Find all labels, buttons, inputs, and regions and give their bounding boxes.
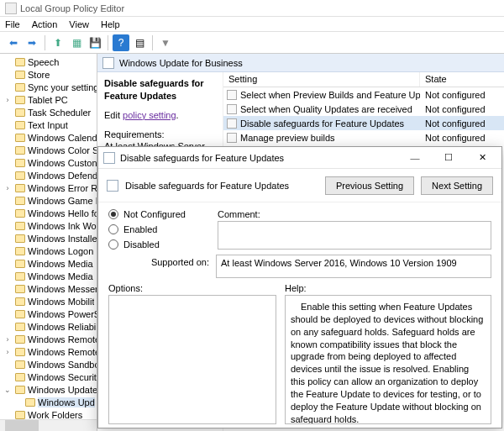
tree-hscrollbar[interactable] bbox=[0, 419, 97, 431]
export-button[interactable]: 💾 bbox=[87, 34, 103, 51]
supported-row: Supported on: At least Windows Server 20… bbox=[108, 255, 491, 278]
next-setting-button[interactable]: Next Setting bbox=[421, 176, 493, 195]
list-row[interactable]: Disable safeguards for Feature UpdatesNo… bbox=[223, 116, 504, 130]
folder-icon bbox=[15, 285, 25, 293]
tree-item[interactable]: Windows Media bbox=[0, 270, 97, 282]
tree-item[interactable]: Windows Upd bbox=[0, 396, 97, 408]
caret-icon[interactable]: ⌄ bbox=[3, 386, 12, 394]
tree-item[interactable]: Windows Mobilit bbox=[0, 295, 97, 307]
tree-item[interactable]: Windows Messer bbox=[0, 282, 97, 295]
dialog-subtitle: Disable safeguards for Feature Updates bbox=[125, 181, 289, 191]
setting-state: Not configured bbox=[420, 90, 504, 100]
radio-enabled[interactable]: Enabled bbox=[108, 224, 209, 234]
folder-icon bbox=[15, 197, 25, 205]
tree-item[interactable]: ›Windows Remote bbox=[0, 333, 97, 345]
tree-item[interactable]: Windows Defend bbox=[0, 169, 97, 181]
tree-pane[interactable]: SpeechStoreSync your settings›Tablet PCT… bbox=[0, 54, 97, 431]
tree-item-label: Windows Color S bbox=[28, 145, 97, 155]
tree-item-label: Windows Media bbox=[28, 259, 93, 269]
tree-item[interactable]: Windows Reliabil bbox=[0, 320, 97, 333]
list-row[interactable]: Select when Quality Updates are received… bbox=[223, 102, 504, 116]
properties-button[interactable]: ▤ bbox=[131, 34, 148, 51]
folder-icon bbox=[15, 222, 25, 230]
tree-item[interactable]: ›Tablet PC bbox=[0, 93, 97, 106]
tree-item[interactable]: ›Windows Error R bbox=[0, 181, 97, 194]
dialog-titlebar[interactable]: Disable safeguards for Feature Updates —… bbox=[98, 147, 501, 169]
menu-view[interactable]: View bbox=[69, 19, 89, 29]
col-setting[interactable]: Setting bbox=[223, 72, 420, 87]
tree-item-label: Text Input bbox=[28, 120, 68, 130]
radio-disabled[interactable]: Disabled bbox=[108, 239, 209, 250]
tree-item[interactable]: Speech bbox=[0, 55, 97, 68]
folder-icon bbox=[15, 310, 25, 318]
maximize-button[interactable]: ☐ bbox=[434, 149, 463, 167]
edit-prefix: Edit bbox=[104, 110, 123, 120]
filter-button[interactable]: ▼ bbox=[157, 34, 174, 51]
menubar: File Action View Help bbox=[0, 17, 504, 32]
tree-item[interactable]: Windows Game F bbox=[0, 194, 97, 207]
setting-state: Not configured bbox=[420, 118, 504, 129]
radio-label: Enabled bbox=[123, 224, 157, 234]
radio-dot-icon bbox=[108, 209, 118, 219]
setting-state: Not configured bbox=[420, 104, 504, 114]
content-header: Windows Update for Business bbox=[97, 54, 504, 72]
folder-icon bbox=[15, 58, 25, 66]
radio-label: Not Configured bbox=[123, 209, 186, 219]
caret-icon[interactable]: › bbox=[3, 96, 12, 104]
list-row[interactable]: Manage preview buildsNot configured bbox=[223, 130, 504, 145]
folder-icon bbox=[15, 83, 25, 92]
tree-item[interactable]: Text Input bbox=[0, 118, 97, 131]
caret-icon[interactable]: › bbox=[3, 184, 12, 192]
tree-item[interactable]: ⌄Windows Update bbox=[0, 383, 97, 396]
tree-item[interactable]: Windows PowerS bbox=[0, 307, 97, 320]
list-row[interactable]: Select when Preview Builds and Feature U… bbox=[223, 87, 504, 102]
close-button[interactable]: ✕ bbox=[468, 149, 496, 167]
caret-icon[interactable]: › bbox=[3, 348, 12, 356]
tree-item[interactable]: Store bbox=[0, 68, 97, 81]
folder-icon bbox=[15, 209, 25, 218]
comment-input[interactable] bbox=[218, 221, 491, 250]
menu-help[interactable]: Help bbox=[101, 19, 120, 29]
tree-item-label: Windows Error R bbox=[28, 183, 97, 193]
tree-item-label: Windows Custon bbox=[28, 158, 97, 168]
tree-item[interactable]: Windows Color S bbox=[0, 144, 97, 156]
col-state[interactable]: State bbox=[420, 72, 504, 87]
dialog-icon bbox=[103, 152, 115, 164]
back-button[interactable]: ⬅ bbox=[5, 34, 22, 51]
tree-item[interactable]: Windows Hello fo bbox=[0, 207, 97, 219]
tree-item-label: Windows Reliabil bbox=[28, 322, 97, 332]
help-button[interactable]: ? bbox=[113, 34, 129, 51]
tree-item[interactable]: Windows Calend bbox=[0, 131, 97, 144]
edit-policy-link[interactable]: policy setting bbox=[123, 110, 176, 120]
menu-action[interactable]: Action bbox=[32, 19, 58, 29]
tree-item-label: Windows Sandbo bbox=[28, 360, 97, 370]
forward-button[interactable]: ➡ bbox=[24, 34, 40, 51]
caret-icon[interactable]: › bbox=[3, 335, 12, 344]
minimize-button[interactable]: — bbox=[401, 149, 429, 167]
config-row: Not Configured Enabled Disabled Comment: bbox=[108, 209, 491, 250]
radio-not-configured[interactable]: Not Configured bbox=[108, 209, 209, 219]
tree-item[interactable]: Windows Securit bbox=[0, 371, 97, 383]
tree-item-label: Windows PowerS bbox=[28, 309, 97, 319]
tree-item[interactable]: Windows Logon bbox=[0, 244, 97, 257]
tree-item-label: Windows Securit bbox=[28, 372, 97, 382]
tree-item-label: Work Folders bbox=[28, 410, 82, 420]
tree-item[interactable]: Windows Ink Wo bbox=[0, 219, 97, 232]
previous-setting-button[interactable]: Previous Setting bbox=[325, 176, 414, 195]
folder-icon bbox=[15, 184, 25, 192]
tree-item[interactable]: Windows Custon bbox=[0, 156, 97, 169]
menu-file[interactable]: File bbox=[5, 19, 20, 29]
folder-icon bbox=[15, 323, 25, 331]
up-button[interactable]: ⬆ bbox=[50, 34, 66, 51]
tree-item[interactable]: Task Scheduler bbox=[0, 106, 97, 118]
tree-item[interactable]: Windows Sandbo bbox=[0, 358, 97, 371]
policy-icon bbox=[107, 180, 118, 192]
show-hide-tree-button[interactable]: ▦ bbox=[68, 34, 85, 51]
tree-item[interactable]: Sync your settings bbox=[0, 81, 97, 93]
tree-item[interactable]: Windows Media bbox=[0, 257, 97, 270]
tree-item[interactable]: Windows Installe bbox=[0, 232, 97, 244]
tree-item[interactable]: ›Windows Remote bbox=[0, 345, 97, 358]
tree-item-label: Windows Mobilit bbox=[28, 297, 94, 307]
folder-icon bbox=[15, 71, 25, 79]
setting-heading: Disable safeguards for Feature Updates bbox=[104, 77, 216, 102]
